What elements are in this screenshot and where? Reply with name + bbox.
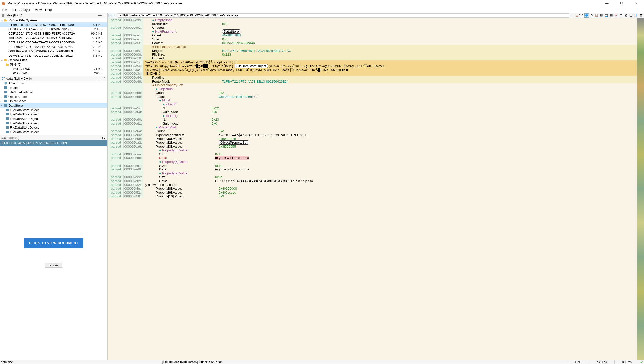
tool-gear[interactable]: ⚙ [589,13,594,18]
titlebar: Malcat Professional - D:\malware\types\9… [0,0,644,7]
status-left: data size [0,360,108,364]
svg-rect-0 [2,14,5,17]
panel-expand-icon[interactable]: ⌃ [103,13,106,17]
menu-file[interactable]: File [2,8,7,12]
panel-expand-icon[interactable]: ⌄ [103,136,106,140]
statusbar: data size [0x00002eae-0x00002ecb] (30/0x… [0,360,644,364]
panel-minimize-icon[interactable]: — [98,76,102,80]
heatmap-scrollbar[interactable] [637,18,644,360]
status-filetype[interactable]: ONE [568,360,589,364]
status-selection: [0x00002eae-0x00002ecb] (30/0x1e on-disk… [108,360,568,364]
tool-disk[interactable]: 💾 [604,13,609,18]
tool-text[interactable]: T [619,13,623,18]
menu-analysis[interactable]: Analysis [20,8,31,12]
menu-help[interactable]: Help [45,8,52,12]
status-time: 885 ms [614,360,639,364]
code-panel-label: code (0) [8,136,102,140]
tool-braces[interactable]: {} [624,13,628,18]
tool-chart[interactable]: 📊 [634,13,638,18]
tool-diff[interactable]: ⬒ [638,13,643,18]
svg-rect-4 [4,77,5,78]
data-tree[interactable]: ⌄StructuresHeaderFileNodeListRoot›Object… [0,81,107,135]
dump-view[interactable]: parsed║000002cdd:● EmptyNode: IdAndSize:… [108,18,644,360]
fx-icon: f(x) [2,136,6,140]
panel-minimize-icon[interactable]: — [98,13,102,17]
code-panel-header[interactable]: f(x) code (0) + ⌄ [0,135,107,140]
files-panel-header[interactable]: files (8 + 5) — ⌃ [0,13,107,18]
menubar: File Edit Analysis View Help [0,7,644,13]
tool-summary[interactable]: 📋 [575,13,579,18]
menu-view[interactable]: View [35,8,42,12]
file-path-field[interactable]: 93fb9f37eb70c095e26cedc594ca55ab27710039… [118,13,569,18]
menu-edit[interactable]: Edit [11,8,16,12]
close-button[interactable]: ✕ [633,2,640,5]
tool-db[interactable]: 🗄 [629,13,633,18]
tool-copy[interactable]: 📋 [594,13,599,18]
view-document-button[interactable]: CLICK TO VIEW DOCUMENT [24,238,83,248]
svg-rect-5 [2,78,3,80]
svg-rect-1 [3,14,4,14]
file-alt-icon: 📄 [112,14,117,17]
svg-rect-3 [2,77,3,78]
window-title: Malcat Professional - D:\malware\types\9… [7,2,603,5]
data-panel-header[interactable]: data (318 + 0 + 0) — ⌃ [0,76,107,81]
data-icon [2,76,6,80]
selection-bar: B11BCF1E-4DA0-4AF8-9725-56783F8E1D89 [0,140,107,146]
zoom-button[interactable]: Zoom [45,262,63,268]
tool-hex[interactable]: 0101 [580,13,584,18]
files-panel-label: files (8 + 5) [7,14,97,17]
preview-pane: CLICK TO VIEW DOCUMENT Zoom [0,146,107,360]
right-toolbar: 📄 📄 93fb9f37eb70c095e26cedc594ca55ab2771… [108,13,644,18]
data-panel-label: data (318 + 0 + 0) [7,77,97,80]
tool-sheet[interactable]: ▤ [599,13,604,18]
status-ok-icon: ✔ [639,360,644,364]
files-tree[interactable]: ⌄Virtual File SystemB11BCF1E-4DA0-4AF8-9… [0,18,107,76]
add-icon[interactable]: + [101,136,103,140]
tool-font[interactable]: A [614,13,618,18]
maximize-button[interactable]: ☐ [618,2,625,5]
app-icon [2,1,6,6]
tool-structure[interactable]: 🔷 [584,13,589,18]
dropdown-icon[interactable]: ⌄ [570,14,574,17]
panel-expand-icon[interactable]: ⌃ [103,76,106,80]
tool-stack[interactable]: ▦ [609,13,613,18]
file-icon: 📄 [108,14,112,17]
status-cpu[interactable]: no CPU [589,360,614,364]
files-icon [2,13,6,17]
svg-rect-2 [3,15,4,15]
minimize-button[interactable]: — [603,2,610,5]
